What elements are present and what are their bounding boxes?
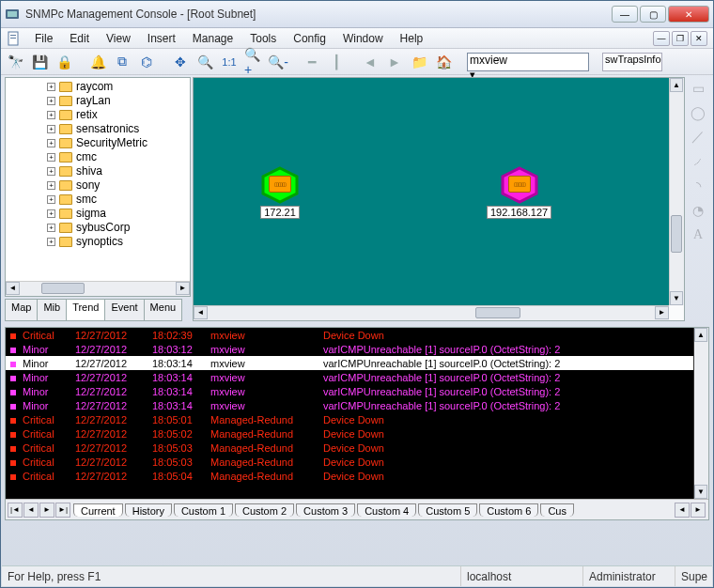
tab-custom7[interactable]: Cus xyxy=(540,503,574,517)
event-row[interactable]: Minor12/27/201218:03:14mxviewvarICMPUnre… xyxy=(6,356,693,370)
tab-map[interactable]: Map xyxy=(5,299,38,321)
tab-prev-button[interactable]: ◄ xyxy=(23,503,39,518)
home-button[interactable]: 🏠 xyxy=(433,52,454,72)
find-button[interactable]: 🔭 xyxy=(5,52,25,72)
network-button[interactable]: ⌬ xyxy=(136,52,157,72)
scroll-thumb[interactable] xyxy=(671,215,682,253)
tool-text-icon[interactable]: A xyxy=(689,225,707,244)
map-h-scrollbar[interactable]: ◄ ► xyxy=(194,305,669,320)
zoom-in-button[interactable]: 🔍+ xyxy=(243,52,264,72)
event-row[interactable]: Minor12/27/201218:03:14mxviewvarICMPUnre… xyxy=(6,370,693,384)
events-table[interactable]: Critical12/27/201218:02:39mxviewDevice D… xyxy=(6,328,693,483)
expand-icon[interactable]: + xyxy=(47,153,55,162)
tab-custom5[interactable]: Custom 5 xyxy=(418,503,477,517)
scroll-right-icon[interactable]: ► xyxy=(655,306,669,319)
tree-item[interactable]: +smc xyxy=(11,193,190,207)
expand-icon[interactable]: + xyxy=(47,83,55,91)
tab-mib[interactable]: Mib xyxy=(37,299,67,321)
maximize-button[interactable]: ▢ xyxy=(640,6,666,23)
tree-item[interactable]: +shiva xyxy=(11,164,190,178)
expand-icon[interactable]: + xyxy=(47,139,55,147)
minimize-button[interactable]: — xyxy=(612,6,638,23)
scroll-thumb[interactable] xyxy=(475,307,520,318)
tree-item[interactable]: +sigma xyxy=(11,207,190,221)
tree-item[interactable]: +SecurityMetric xyxy=(11,136,190,150)
tree-item[interactable]: +rayLan xyxy=(11,94,190,108)
menu-window[interactable]: Window xyxy=(335,30,391,47)
object-select[interactable]: mxview▾ xyxy=(467,53,589,71)
tab-history[interactable]: History xyxy=(125,503,172,517)
tab-event[interactable]: Event xyxy=(104,299,144,321)
scroll-left-icon[interactable]: ◄ xyxy=(6,282,20,295)
tab-first-button[interactable]: |◄ xyxy=(8,503,23,518)
expand-icon[interactable]: + xyxy=(47,97,55,105)
zoom-button[interactable]: 🔍 xyxy=(194,52,215,72)
mdi-close-button[interactable]: ✕ xyxy=(691,31,707,46)
link-v-button[interactable]: ┃ xyxy=(326,52,347,72)
map-v-scrollbar[interactable]: ▲ ▼ xyxy=(669,78,684,305)
menu-config[interactable]: Config xyxy=(286,30,334,47)
tab-next-button[interactable]: ► xyxy=(39,503,54,518)
tab-last-button[interactable]: ►| xyxy=(55,503,70,518)
event-row[interactable]: Minor12/27/201218:03:14mxviewvarICMPUnre… xyxy=(6,384,693,398)
move-button[interactable]: ✥ xyxy=(170,52,191,72)
tool-poly-icon[interactable]: ⟋ xyxy=(689,152,707,171)
scroll-up-icon[interactable]: ▲ xyxy=(694,328,707,342)
tree-item[interactable]: +sybusCorp xyxy=(11,221,190,235)
tab-trend[interactable]: Trend xyxy=(66,299,105,321)
scroll-left-icon[interactable]: ◄ xyxy=(194,306,208,319)
tree-h-scrollbar[interactable]: ◄ ► xyxy=(6,281,190,296)
link-h-button[interactable]: ━ xyxy=(302,52,322,72)
menu-view[interactable]: View xyxy=(99,30,138,47)
lock-button[interactable]: 🔒 xyxy=(54,52,74,72)
scroll-right-icon[interactable]: ► xyxy=(176,282,190,295)
save-button[interactable]: 💾 xyxy=(29,52,50,72)
tool-rect-icon[interactable]: ▭ xyxy=(689,79,707,98)
mdi-restore-button[interactable]: ❐ xyxy=(672,31,689,46)
tab-custom6[interactable]: Custom 6 xyxy=(479,503,538,517)
tree-item[interactable]: +raycom xyxy=(11,80,190,94)
expand-icon[interactable]: + xyxy=(47,238,55,246)
expand-icon[interactable]: + xyxy=(47,181,55,190)
forward-button[interactable]: ► xyxy=(384,52,405,72)
map-canvas[interactable]: 172.21 192.168.127 xyxy=(194,78,669,305)
tab-menu[interactable]: Menu xyxy=(144,299,183,321)
tree-view[interactable]: +raycom+rayLan+retix+sensatronics+Securi… xyxy=(5,77,191,297)
event-row[interactable]: Critical12/27/201218:05:03Managed-Redund… xyxy=(6,455,693,469)
expand-icon[interactable]: + xyxy=(47,167,55,176)
tool-line-icon[interactable]: ／ xyxy=(689,128,707,147)
tool-pie-icon[interactable]: ◔ xyxy=(689,201,707,220)
menu-help[interactable]: Help xyxy=(393,30,431,47)
tree-item[interactable]: +sensatronics xyxy=(11,122,190,136)
map-node-b[interactable]: 192.168.127 xyxy=(487,166,551,219)
scroll-up-icon[interactable]: ▲ xyxy=(670,78,683,92)
expand-icon[interactable]: + xyxy=(47,125,55,133)
expand-icon[interactable]: + xyxy=(47,195,55,204)
scroll-down-icon[interactable]: ▼ xyxy=(670,291,683,305)
tool-circle-icon[interactable]: ◯ xyxy=(689,103,707,122)
tree-item[interactable]: +synoptics xyxy=(11,235,190,249)
tool-arc-icon[interactable]: ◝ xyxy=(689,177,707,195)
menu-manage[interactable]: Manage xyxy=(185,30,241,47)
menu-edit[interactable]: Edit xyxy=(62,30,97,47)
map-node-a[interactable]: 172.21 xyxy=(259,166,301,219)
tab-custom3[interactable]: Custom 3 xyxy=(296,503,355,517)
tree-item[interactable]: +cmc xyxy=(11,150,190,164)
up-button[interactable]: 📁 xyxy=(409,52,429,72)
tab-custom2[interactable]: Custom 2 xyxy=(235,503,294,517)
event-row[interactable]: Minor12/27/201218:03:12mxviewvarICMPUnre… xyxy=(6,342,693,356)
event-row[interactable]: Minor12/27/201218:03:14mxviewvarICMPUnre… xyxy=(6,398,693,412)
events-v-scrollbar[interactable]: ▲ ▼ xyxy=(693,328,708,499)
event-row[interactable]: Critical12/27/201218:05:03Managed-Redund… xyxy=(6,441,693,455)
menu-tools[interactable]: Tools xyxy=(242,30,284,47)
info-field[interactable]: swTrapsInfo xyxy=(602,53,662,71)
tab-current[interactable]: Current xyxy=(73,503,123,517)
group-button[interactable]: ⧉ xyxy=(112,52,132,72)
event-row[interactable]: Critical12/27/201218:02:39mxviewDevice D… xyxy=(6,328,693,342)
menu-file[interactable]: File xyxy=(27,30,60,47)
event-row[interactable]: Critical12/27/201218:05:02Managed-Redund… xyxy=(6,426,693,441)
tab-custom4[interactable]: Custom 4 xyxy=(357,503,416,517)
mdi-minimize-button[interactable]: — xyxy=(653,31,670,46)
tree-item[interactable]: +retix xyxy=(11,108,190,122)
expand-icon[interactable]: + xyxy=(47,209,55,218)
